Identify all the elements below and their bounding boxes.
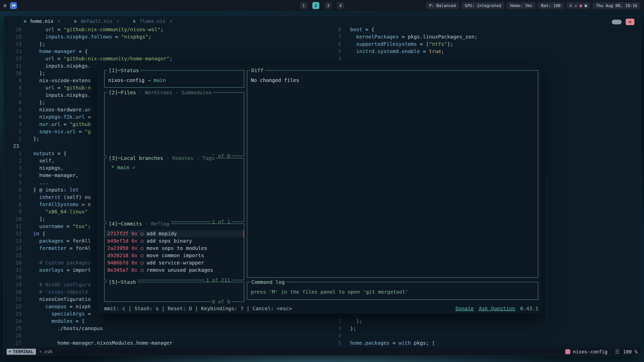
- line-number: 6: [329, 40, 341, 48]
- editor-tab-default.nix[interactable]: ❄default.nix×: [71, 18, 122, 24]
- line-number: 13: [8, 48, 22, 55]
- code-text: nixpkgs,: [22, 164, 63, 172]
- code-text: "x86_64-linux": [22, 208, 88, 215]
- version-label: 0.43.1: [520, 305, 538, 312]
- code-text: supportedFilesystems = ["ntfs"];: [341, 40, 453, 48]
- commit-row[interactable]: b49ef1d0x○add sops binary: [105, 237, 244, 245]
- code-text: ...: [22, 179, 48, 186]
- launcher-icon[interactable]: JW: [10, 2, 17, 9]
- code-text: nixpkgs-f2k.url =: [22, 113, 91, 121]
- lazygit-popup: [1]─Status nixos-config → main [2]─Files…: [97, 66, 542, 313]
- commit-row[interactable]: 9486b7d0x○add service-wrapper: [105, 259, 244, 266]
- topbar-left: ⊞ JW: [4, 2, 17, 9]
- commit-graph-icon: ○: [140, 237, 143, 245]
- code-text: sops-nix.url = "g: [22, 128, 91, 135]
- apps-menu-icon[interactable]: ⊞: [4, 3, 7, 9]
- tab-close-icon[interactable]: ×: [116, 18, 119, 24]
- panel-title-rest: - Reflog: [142, 221, 169, 227]
- status-module-3[interactable]: Bat: 100: [538, 2, 564, 9]
- desktop: ⊞ JW 1234 P: BalancedGPU: IntegratedHome…: [0, 0, 644, 362]
- editor-scrollbar[interactable]: [546, 174, 547, 318]
- editor-pane-right-bottom[interactable]: 2 };3};45home.packages = with pkgs; [: [329, 318, 633, 347]
- line-number: 4: [329, 55, 341, 62]
- workspace-button-3[interactable]: 3: [325, 2, 332, 9]
- code-text: home-manager = {: [22, 48, 88, 55]
- code-text: nix-vscode-extens: [22, 77, 91, 84]
- window-pill-button[interactable]: [612, 20, 622, 24]
- editor-pane-right[interactable]: 8boot = {7 kernelPackages = pkgs.linuxPa…: [329, 26, 633, 62]
- code-line: 13 home-manager = {: [8, 48, 327, 55]
- line-number: 26: [8, 332, 22, 339]
- commit-author: 0x: [131, 252, 137, 259]
- lazygit-command-log-panel[interactable]: Command log press 'M' in the files panel…: [247, 282, 538, 300]
- workspace-button-2[interactable]: 2: [312, 2, 319, 9]
- commit-sha: 8e345a7: [107, 266, 128, 274]
- code-text: [22, 143, 33, 150]
- commit-row[interactable]: 8e345a70x○remove unused packages: [105, 266, 244, 274]
- scrollbar-thumb[interactable]: [243, 231, 244, 238]
- code-text: in {: [22, 230, 45, 237]
- link-ask-question[interactable]: Ask Question: [479, 305, 515, 312]
- top-bar: ⊞ JW 1234 P: BalancedGPU: IntegratedHome…: [0, 0, 644, 11]
- shell-tab[interactable]: ✎ zsh: [39, 349, 52, 354]
- commit-message: add service-wrapper: [146, 259, 204, 266]
- lazygit-stash-panel[interactable]: [5]─Stash 0 of 0: [104, 282, 244, 302]
- code-text: };: [22, 135, 39, 143]
- nix-snowflake-icon: ❄: [24, 19, 26, 24]
- code-text: canopus = nixpk: [22, 303, 91, 310]
- lazygit-status-panel[interactable]: [1]─Status nixos-config → main: [104, 70, 244, 88]
- clock[interactable]: Thu Aug 08, 18:16: [593, 2, 640, 9]
- status-module-2[interactable]: Home: 7ms: [507, 2, 535, 9]
- mode-label: TERMINAL: [13, 349, 33, 354]
- link-donate[interactable]: Donate: [456, 305, 474, 312]
- commit-message: remove unused packages: [146, 266, 213, 274]
- code-text: modules = [: [22, 318, 85, 325]
- line-number: 4: [8, 113, 22, 121]
- panel-title-main: [3]─Local branches: [109, 155, 163, 161]
- code-text: formatter = forAl: [22, 245, 91, 252]
- lazygit-branches-panel[interactable]: [3]─Local branches - Remotes - Tags * ma…: [104, 158, 244, 222]
- lazygit-files-panel[interactable]: [2]─Files - Worktrees - Submodules 0 of …: [104, 92, 244, 156]
- lazygit-options-bar: mmit: c | Stash: s | Reset: D | Keybindi…: [104, 305, 538, 312]
- commit-row[interactable]: d9202180x○move common imports: [105, 252, 244, 259]
- tab-label: default.nix: [81, 18, 112, 24]
- editor-tab-flake.nix[interactable]: ❄flake.nix×: [130, 18, 175, 24]
- status-module-1[interactable]: GPU: Integrated: [462, 2, 505, 9]
- commit-row[interactable]: 2a239500x○move sops to modules: [105, 245, 244, 252]
- code-line: 7 kernelPackages = pkgs.linuxPackages_ze…: [329, 33, 633, 40]
- commit-graph-icon: ○: [140, 252, 143, 259]
- status-module-0[interactable]: P: Balanced: [426, 2, 459, 9]
- tab-close-icon[interactable]: ×: [170, 18, 172, 24]
- line-number: 27: [8, 339, 22, 347]
- lazygit-commits-panel[interactable]: [4]─Commits - Reflog 2717f2f0x○add mopid…: [104, 223, 244, 280]
- code-text: [341, 332, 350, 339]
- code-line: 26: [8, 332, 327, 339]
- editor-tab-home.nix[interactable]: ❄home.nix×: [21, 18, 63, 24]
- commit-row[interactable]: 2717f2f0x○add mopidy: [105, 230, 244, 237]
- code-line: 14 };: [8, 40, 327, 48]
- workspace-button-4[interactable]: 4: [337, 2, 344, 9]
- line-number: 11: [8, 62, 22, 70]
- line-number: 20: [8, 288, 22, 296]
- line-number: 14: [8, 40, 22, 48]
- recording-icon[interactable]: ■: [580, 3, 582, 8]
- lazygit-diff-panel[interactable]: Diff No changed files: [247, 70, 538, 278]
- panel-title-main: [1]─Status: [109, 67, 139, 73]
- code-line: 27 home-manager.nixosModules.home-manage…: [8, 339, 327, 347]
- code-text: [22, 252, 33, 259]
- commit-sha: 2a23950: [107, 245, 128, 252]
- status-dot-icon[interactable]: ●: [575, 3, 577, 8]
- line-number: 3: [8, 121, 22, 128]
- window-close-button[interactable]: ×: [626, 19, 634, 25]
- line-number: 8: [329, 26, 341, 33]
- list-icon[interactable]: ☰: [615, 349, 620, 355]
- code-text: nixosConfiguratio: [22, 296, 91, 303]
- panel-title-rest: - Remotes - Tags: [163, 155, 215, 161]
- keybinding-hints: mmit: c | Stash: s | Reset: D | Keybindi…: [104, 305, 292, 312]
- apps-grid-icon[interactable]: ▦: [585, 3, 587, 8]
- code-text: };: [341, 325, 356, 332]
- mode-indicator[interactable]: ◤ TERMINAL: [7, 349, 36, 355]
- workspace-button-1[interactable]: 1: [300, 2, 307, 9]
- tab-close-icon[interactable]: ×: [57, 18, 60, 24]
- network-icon[interactable]: ☊: [570, 3, 572, 8]
